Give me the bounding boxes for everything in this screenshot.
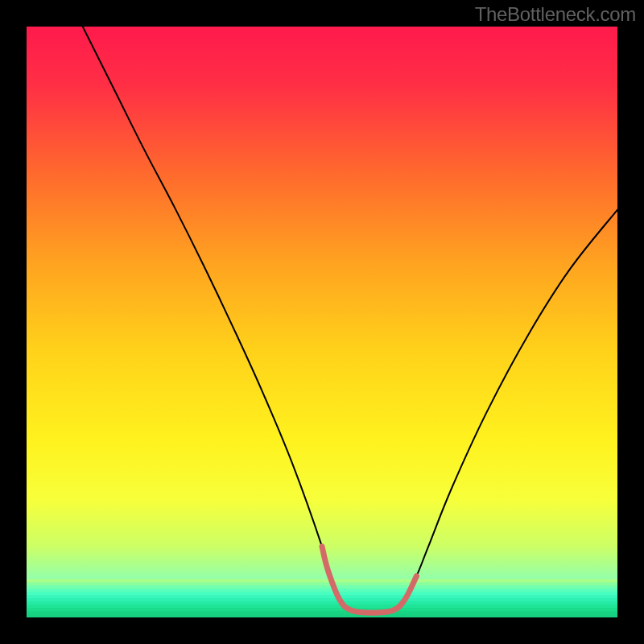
watermark: TheBottleneck.com	[475, 3, 636, 26]
svg-rect-2	[27, 585, 617, 588]
svg-rect-8	[27, 605, 617, 608]
green-band	[27, 579, 617, 617]
svg-rect-4	[27, 592, 617, 595]
chart-frame: TheBottleneck.com	[0, 0, 644, 644]
chart-svg	[27, 27, 617, 617]
svg-rect-7	[27, 601, 617, 605]
svg-rect-11	[27, 614, 617, 617]
svg-rect-3	[27, 588, 617, 592]
plot-area	[27, 27, 617, 617]
svg-rect-9	[27, 608, 617, 611]
gradient-background	[27, 27, 617, 617]
svg-rect-10	[27, 611, 617, 614]
svg-rect-5	[27, 595, 617, 598]
svg-rect-1	[27, 582, 617, 585]
svg-rect-0	[27, 579, 617, 582]
svg-rect-6	[27, 598, 617, 601]
